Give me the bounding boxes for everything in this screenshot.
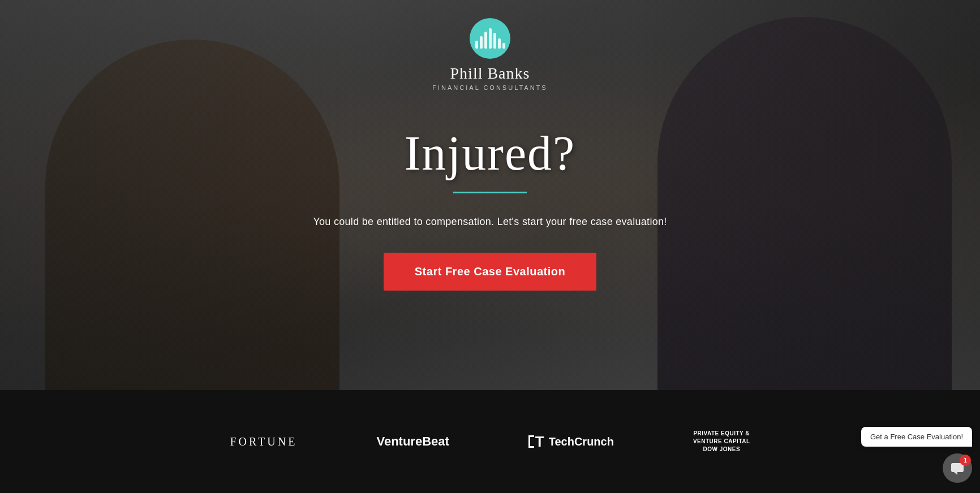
fortune-logo-text: FORTUNE [230, 435, 297, 448]
notification-chat-text: Get a Free Case Evaluation! [861, 427, 972, 447]
techcrunch-logo-text: TechCrunch [549, 435, 614, 448]
cta-button[interactable]: Start Free Case Evaluation [384, 253, 596, 291]
notification-count: 1 [960, 455, 971, 466]
pe-vc-logo: PRIVATE EQUITY & VENTURE CAPITAL DOW JON… [693, 430, 750, 453]
logo-bar-7 [502, 43, 505, 49]
logo-bar-4 [489, 28, 492, 49]
brand-tagline: FINANCIAL CONSULTANTS [432, 84, 547, 91]
logo-bar-1 [475, 41, 478, 49]
press-bar: FORTUNE VentureBeat T TechCrunch PRIVATE… [0, 390, 980, 493]
pe-vc-logo-text: PRIVATE EQUITY & VENTURE CAPITAL DOW JON… [693, 430, 750, 453]
tc-letter: T [535, 433, 544, 451]
brand-name: Phill Banks [450, 64, 530, 83]
logo-bars-icon [475, 28, 505, 49]
logo-bar-5 [493, 33, 496, 49]
fortune-logo: FORTUNE [230, 435, 297, 448]
logo-bar-6 [498, 38, 501, 49]
svg-marker-1 [954, 472, 957, 475]
hero-divider [453, 192, 527, 193]
logo-circle [470, 18, 510, 59]
logo-bar-2 [480, 36, 483, 49]
hero-heading: Injured? [405, 125, 576, 181]
tc-icon: T [528, 433, 544, 451]
venturebeat-logo: VentureBeat [376, 434, 449, 449]
hero-section: Phill Banks FINANCIAL CONSULTANTS Injure… [0, 0, 980, 390]
notification-bubble[interactable]: Get a Free Case Evaluation! 1 [943, 453, 972, 483]
tc-bracket-icon [528, 435, 534, 448]
hero-subtext: You could be entitled to compensation. L… [313, 216, 667, 228]
hero-content: Phill Banks FINANCIAL CONSULTANTS Injure… [0, 0, 980, 390]
venturebeat-logo-text: VentureBeat [376, 434, 449, 448]
techcrunch-logo: T TechCrunch [528, 433, 614, 451]
logo-bar-3 [484, 32, 487, 49]
